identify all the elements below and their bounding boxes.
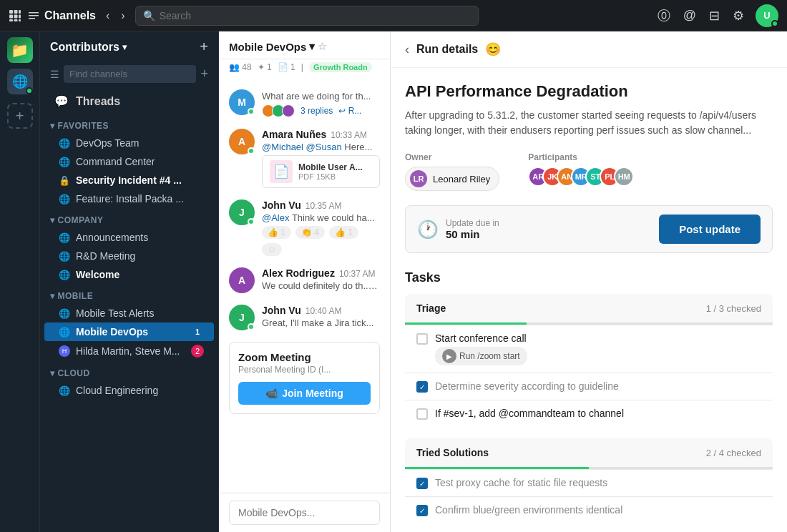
filter-button[interactable]: ☰	[50, 69, 59, 80]
online-indicator	[248, 323, 255, 330]
message-time: 10:33 AM	[331, 130, 367, 140]
sidebar-item-cloud-engineering[interactable]: 🌐 Cloud Engineering	[44, 381, 214, 400]
help-button[interactable]: ⓪	[656, 6, 672, 26]
message-time: 10:40 AM	[305, 306, 342, 316]
file-count: 📄 1	[278, 62, 295, 72]
add-workspace-button[interactable]: +	[7, 103, 33, 129]
sidebar-item-feature-install[interactable]: 🌐 Feature: Install Packa ...	[44, 189, 214, 208]
message-input[interactable]	[229, 501, 380, 525]
sidebar-item-welcome[interactable]: 🌐 Welcome	[44, 265, 214, 284]
message-item[interactable]: J John Vu 10:40 AM Great, I'll make a Ji…	[219, 299, 390, 336]
globe-icon: 🌐	[59, 308, 70, 319]
workspace-icon-1[interactable]: 📁	[7, 37, 33, 63]
svg-rect-4	[14, 14, 18, 18]
sidebar-item-devops-team[interactable]: 🌐 DevOps Team	[44, 134, 214, 152]
message-item[interactable]: M What are we doing for th... 3 replies …	[219, 84, 390, 123]
task-checkbox[interactable]	[416, 478, 428, 489]
sidebar-item-security-incident[interactable]: 🔒 Security Incident #4 ...	[44, 171, 214, 189]
run-chip[interactable]: ▶ Run /zoom start	[435, 347, 527, 365]
message-text: What are we doing for th...	[262, 91, 380, 102]
task-checkbox[interactable]	[416, 333, 428, 345]
sidebar-item-label: Cloud Engineering	[76, 385, 158, 396]
zoom-subtitle: Personal Meeting ID (I...	[238, 365, 371, 375]
cloud-header[interactable]: ▾ CLOUD	[40, 365, 218, 381]
sidebar-item-mobile-test-alerts[interactable]: 🌐 Mobile Test Alerts	[44, 304, 214, 322]
task-label: Test proxy cache for static file request…	[435, 477, 607, 488]
add-reaction-button[interactable]: ☺	[262, 243, 282, 256]
mobile-header[interactable]: ▾ MOBILE	[40, 288, 218, 304]
channel-list: Mobile DevOps ▾ ☆ 👥 48 ✦ 1 📄 1 | Growth …	[219, 31, 391, 532]
chevron-down-icon[interactable]: ▾	[309, 40, 315, 53]
participants-avatars: AR JK AN MR ST PL HM	[528, 167, 628, 187]
workspace-icon-2[interactable]: 🌐	[7, 69, 33, 94]
update-info: 🕐 Update due in 50 min	[417, 218, 499, 240]
owner-participants-row: Owner LR Leonard Riley Participants AR J…	[405, 152, 773, 191]
globe-icon: 🌐	[59, 327, 70, 338]
back-button[interactable]: ‹	[405, 42, 409, 57]
owner-chip[interactable]: LR Leonard Riley	[405, 167, 499, 191]
search-input[interactable]	[160, 10, 471, 21]
company-label: COMPANY	[58, 215, 104, 225]
post-update-button[interactable]: Post update	[659, 215, 761, 244]
reply-avatar	[282, 104, 295, 117]
user-avatar[interactable]: U	[756, 4, 778, 27]
message-text: Great, I'll make a Jira tick...	[262, 317, 380, 328]
message-item[interactable]: A Alex Rodriguez 10:37 AM We could defin…	[219, 262, 390, 299]
channel-list-header: Mobile DevOps ▾ ☆	[219, 31, 390, 59]
task-item: Test proxy cache for static file request…	[405, 469, 773, 496]
workspace-name-label: Contributors	[50, 41, 119, 54]
sidebar-section-mobile: ▾ MOBILE 🌐 Mobile Test Alerts 🌐 Mobile D…	[40, 288, 218, 361]
sidebar-item-command-center[interactable]: 🌐 Command Center	[44, 152, 214, 171]
message-replies[interactable]: 3 replies ↩ R...	[262, 104, 380, 117]
company-header[interactable]: ▾ COMPANY	[40, 212, 218, 228]
star-icon[interactable]: ☆	[318, 41, 327, 52]
at-button[interactable]: @	[682, 6, 698, 24]
sidebar-item-rd-meeting[interactable]: 🌐 R&D Meeting	[44, 247, 214, 265]
triage-label: Triage	[416, 302, 446, 314]
channels-icon[interactable]: Channels	[27, 9, 96, 22]
threads-icon: 💬	[54, 94, 69, 108]
search-bar[interactable]: 🔍	[135, 6, 479, 26]
sidebar-filter-row: ☰ +	[40, 62, 218, 89]
bookmark-button[interactable]: ⊟	[708, 6, 721, 25]
grid-icon[interactable]	[9, 9, 21, 22]
sidebar-item-dm-hilda[interactable]: H Hilda Martin, Steve M... 2	[44, 341, 214, 361]
message-item[interactable]: A Amara Nuñes 10:33 AM @Michael @Susan H…	[219, 123, 390, 194]
run-details-header: ‹ Run details 😊	[391, 31, 787, 68]
settings-button[interactable]: ⚙	[731, 6, 746, 25]
reaction-thumbsup2[interactable]: 👍 1	[329, 226, 358, 239]
message-item[interactable]: J John Vu 10:35 AM @Alex Think we could …	[219, 194, 390, 262]
owner-label: Owner	[405, 152, 499, 162]
message-avatar: M	[229, 89, 255, 115]
message-header: Alex Rodriguez 10:37 AM	[262, 267, 380, 279]
sidebar-item-label: Command Center	[76, 156, 155, 167]
reaction-thumbsup[interactable]: 👍 1	[262, 226, 291, 239]
member-count: 👥 48	[229, 62, 252, 72]
message-text: We could definitely do th... tags to tri…	[262, 280, 380, 291]
sidebar-item-label: DevOps Team	[76, 137, 139, 149]
back-nav-button[interactable]: ‹	[102, 6, 114, 25]
add-channel-button[interactable]: +	[200, 66, 208, 82]
sidebar-threads[interactable]: 💬 Threads	[44, 89, 214, 114]
svg-rect-2	[19, 10, 21, 14]
forward-nav-button[interactable]: ›	[117, 6, 129, 25]
task-checkbox[interactable]	[416, 505, 428, 516]
workspace-name[interactable]: Contributors ▾	[50, 41, 127, 54]
update-label: Update due in	[446, 218, 499, 228]
sidebar-item-announcements[interactable]: 🌐 Announcements	[44, 228, 214, 247]
favorites-header[interactable]: ▾ FAVORITES	[40, 118, 218, 134]
emoji-button[interactable]: 😊	[485, 41, 501, 57]
reaction-clap[interactable]: 👏 4	[295, 226, 325, 239]
find-channels-input[interactable]	[64, 65, 196, 83]
sidebar-item-label: Hilda Martin, Steve M...	[76, 345, 180, 357]
run-details-panel: ‹ Run details 😊 API Performance Degradat…	[391, 31, 787, 532]
message-time: 10:37 AM	[339, 269, 376, 279]
file-attachment[interactable]: 📄 Mobile User A... PDF 15KB	[262, 155, 380, 188]
task-checkbox[interactable]	[416, 408, 428, 420]
task-checkbox[interactable]	[416, 381, 428, 393]
message-sender: Amara Nuñes	[262, 129, 326, 140]
sidebar-item-mobile-devops[interactable]: 🌐 Mobile DevOps 1	[44, 322, 214, 341]
sidebar-item-label: Announcements	[76, 232, 148, 243]
add-channel-top-button[interactable]: +	[200, 39, 208, 55]
join-meeting-button[interactable]: 📹 Join Meeting	[238, 382, 371, 405]
